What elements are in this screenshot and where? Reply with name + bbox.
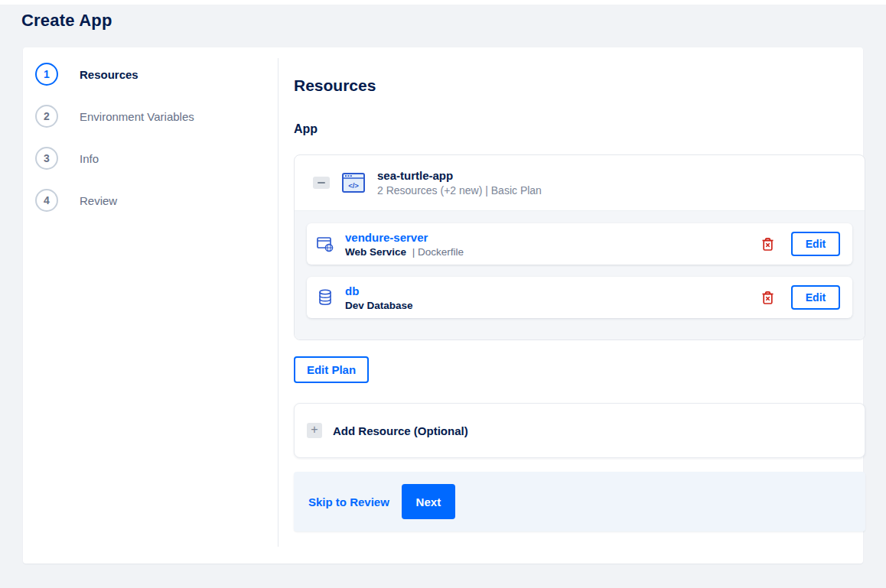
wizard-footer: Skip to Review Next [294,472,865,531]
step-label: Resources [80,68,138,81]
trash-icon [761,237,774,252]
create-app-panel: 1 Resources 2 Environment Variables 3 In… [23,47,863,564]
trash-icon [761,291,774,305]
step-label: Environment Variables [80,110,194,123]
resource-type-line: Dev Database [345,300,758,311]
top-strip [0,0,886,5]
edit-resource-button[interactable]: Edit [791,285,840,310]
resource-type: Dev Database [345,300,413,311]
svg-text:</>: </> [348,181,359,190]
app-card: </> sea-turtle-app 2 Resources (+2 new) … [294,154,865,340]
app-summary: 2 Resources (+2 new) | Basic Plan [377,184,542,197]
collapse-app-button[interactable] [313,177,330,189]
step-resources[interactable]: 1 Resources [35,63,265,86]
step-info[interactable]: 3 Info [35,147,265,170]
resource-text: db Dev Database [345,284,758,311]
database-icon [316,288,334,307]
step-label: Info [80,152,99,165]
web-service-icon [316,235,334,253]
edit-plan-button[interactable]: Edit Plan [294,356,369,383]
step-number-circle: 4 [35,189,58,212]
next-button[interactable]: Next [402,484,455,519]
page-title: Create App [21,9,886,32]
sidebar-divider [278,58,279,547]
resource-text: vendure-server Web Service | Dockerfile [345,231,758,258]
resource-name-link[interactable]: vendure-server [345,231,428,244]
app-code-window-icon: </> [340,170,366,196]
resources-list: vendure-server Web Service | Dockerfile [295,210,865,339]
step-content: Resources App </> sea-turtle-app 2 Resou… [294,47,865,531]
resource-type: Web Service [345,246,406,258]
step-number-circle: 1 [35,63,58,86]
delete-resource-button[interactable] [758,288,777,308]
step-number-circle: 3 [35,147,58,170]
plus-icon: + [307,423,322,438]
step-number-circle: 2 [35,105,58,128]
resource-row-vendure-server: vendure-server Web Service | Dockerfile [307,223,852,265]
app-card-header: </> sea-turtle-app 2 Resources (+2 new) … [295,155,865,210]
app-header-text: sea-turtle-app 2 Resources (+2 new) | Ba… [377,169,542,197]
edit-resource-button[interactable]: Edit [791,232,840,256]
add-resource-button[interactable]: + Add Resource (Optional) [294,403,865,458]
minus-icon [318,182,325,184]
app-name: sea-turtle-app [377,169,542,182]
content-heading: Resources [294,76,865,95]
skip-to-review-link[interactable]: Skip to Review [308,495,389,508]
resource-row-db: db Dev Database [307,277,852,318]
resource-detail: | Dockerfile [412,246,464,258]
app-section-label: App [294,122,865,136]
wizard-steps: 1 Resources 2 Environment Variables 3 In… [35,63,265,231]
step-review[interactable]: 4 Review [35,189,265,212]
resource-name-link[interactable]: db [345,284,359,297]
step-environment-variables[interactable]: 2 Environment Variables [35,105,265,128]
delete-resource-button[interactable] [758,234,777,255]
resource-type-line: Web Service | Dockerfile [345,246,758,258]
add-resource-label: Add Resource (Optional) [333,424,468,437]
step-label: Review [80,194,117,207]
